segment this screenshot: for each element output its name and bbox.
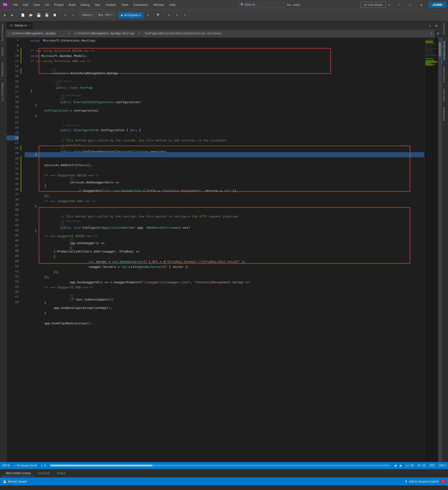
debug-dropdown[interactable]: Debug ▾ bbox=[80, 12, 95, 18]
tab-layout-button[interactable]: ⊞ bbox=[433, 23, 439, 29]
items-saved-text: Item(s) Saved bbox=[8, 480, 27, 483]
menu-git[interactable]: Git bbox=[43, 2, 51, 8]
tab-web-publish-activity[interactable]: Web Publish Activity bbox=[2, 471, 35, 476]
tab-output[interactable]: Output bbox=[53, 471, 69, 476]
undo-button[interactable]: ↩ bbox=[61, 12, 69, 19]
menu-window[interactable]: Window bbox=[151, 2, 167, 8]
change-gutter bbox=[20, 38, 25, 462]
title-bar-left: VS File Edit View Git Project Build Debu… bbox=[2, 2, 178, 8]
save-all-button[interactable]: 💾 bbox=[35, 12, 42, 19]
save-btn2[interactable]: 📋 bbox=[51, 12, 58, 19]
code-text-28: services.AddControllers(); bbox=[26, 163, 92, 167]
code-editor: 7 8 9 10 11 12 13 14 15 16 17 18 19 20 2… bbox=[7, 38, 441, 462]
sidebar-item-live-unit-testing[interactable]: Live Unit Testing bbox=[0, 80, 6, 105]
menu-tools[interactable]: Tools bbox=[119, 2, 131, 8]
namespace-icon: ⬡ bbox=[9, 32, 11, 35]
add-to-source-control-button[interactable]: ⬆ Add to Source Control bbox=[405, 480, 439, 483]
menu-build[interactable]: Build bbox=[66, 2, 78, 8]
menu-view[interactable]: View bbox=[31, 2, 42, 8]
open-button[interactable]: 📂 bbox=[27, 12, 34, 19]
file-dropdown[interactable]: ⚙ InventoryManagement.ApiApp.Startup ▾ bbox=[72, 30, 142, 37]
code-line-16: { bbox=[25, 88, 424, 93]
namespace-dropdown[interactable]: ⬡ InventoryManagement.ApiApp ▾ bbox=[7, 30, 72, 37]
method-dropdown[interactable]: ConfigureServices(IServiceCollection ser… bbox=[143, 30, 434, 37]
code-line-14 bbox=[25, 74, 424, 79]
close-button[interactable]: ✕ bbox=[416, 1, 427, 9]
platform-dropdown[interactable]: Any CPU ▾ bbox=[96, 12, 115, 18]
save-button[interactable]: 💾 bbox=[43, 12, 50, 19]
code-content[interactable]: using Microsoft.Extensions.Hosting; /* =… bbox=[25, 38, 424, 326]
search-toolbar-button[interactable]: 🔍 bbox=[155, 12, 162, 19]
menu-project[interactable]: Project bbox=[52, 2, 66, 8]
forward-button[interactable]: ▶ bbox=[9, 12, 16, 19]
code-text-55: app.UseDeveloperExceptionPage(); bbox=[26, 306, 112, 310]
menu-test[interactable]: Test bbox=[92, 2, 103, 8]
run-button[interactable]: ▶ IIS Express ▾ bbox=[118, 12, 143, 18]
tab-close-icon[interactable]: ✕ bbox=[28, 24, 30, 26]
menu-extensions[interactable]: Extensions bbox=[131, 2, 151, 8]
code-line-27 bbox=[25, 157, 424, 162]
menu-help[interactable]: Help bbox=[167, 2, 178, 8]
horizontal-scrollbar[interactable] bbox=[50, 464, 390, 466]
toolbar-sep-1 bbox=[18, 12, 18, 18]
status-scroll-left[interactable]: ◀ bbox=[394, 464, 396, 467]
sidebar-item-server-explorer[interactable]: Server Explorer bbox=[0, 20, 6, 44]
h-scrollbar-thumb[interactable] bbox=[50, 464, 152, 466]
collapse-25[interactable]: − bbox=[61, 147, 64, 150]
ln-55: 55 bbox=[7, 284, 19, 289]
collapse-15[interactable]: − bbox=[56, 83, 59, 86]
collapse-17[interactable]: − bbox=[61, 97, 64, 100]
code-line-24: // This method gets called by the runtim… bbox=[25, 138, 424, 143]
new-file-button[interactable]: 📄 bbox=[19, 12, 26, 19]
menu-debug[interactable]: Debug bbox=[78, 2, 92, 8]
git-btn-2[interactable]: ⬆ bbox=[173, 12, 180, 19]
sidebar-item-test-explorer[interactable]: Test Explorer bbox=[0, 59, 6, 79]
nav-extra-button[interactable]: ⊕ bbox=[435, 30, 441, 37]
right-sidebar-class-view[interactable]: Class View bbox=[442, 86, 448, 104]
code-line-48: }); bbox=[25, 269, 424, 274]
menu-analyze[interactable]: Analyze bbox=[103, 2, 118, 8]
code-text-58: app.UseHttpsRedirection(); bbox=[26, 322, 92, 325]
admin-button[interactable]: ADMIN bbox=[429, 2, 446, 8]
redo-button[interactable]: ↪ bbox=[70, 12, 77, 19]
git-btn-1[interactable]: ⬇ bbox=[166, 12, 172, 19]
minimize-button[interactable]: ─ bbox=[394, 1, 404, 9]
live-share-button[interactable]: ⇄ Live Share bbox=[360, 2, 386, 8]
code-text-44: c.PreSerializeFilters.Add((swagger, http… bbox=[26, 250, 140, 253]
warning-status[interactable]: ⚠ ⬆ bbox=[41, 464, 46, 467]
collapse-39[interactable]: − bbox=[61, 223, 64, 226]
scrollbar-thumb[interactable] bbox=[439, 43, 441, 56]
file-icon: ⚙ bbox=[74, 32, 76, 35]
tab-list-button[interactable]: ▾ bbox=[427, 23, 433, 29]
right-sidebar-notifications[interactable]: Notifications bbox=[442, 104, 448, 124]
collapse-53[interactable]: − bbox=[70, 295, 73, 298]
ln-46: 46 bbox=[7, 238, 19, 243]
code-text-48: }); bbox=[26, 270, 59, 274]
tab-startup-cs[interactable]: CS Startup.cs ✕ bbox=[7, 21, 33, 29]
menu-edit[interactable]: Edit bbox=[21, 2, 31, 8]
menu-file[interactable]: File bbox=[11, 2, 20, 8]
code-line-31: − services.AddSwaggerGen(c => bbox=[25, 178, 424, 183]
collapse-13[interactable]: − bbox=[52, 68, 55, 71]
right-sidebar-properties[interactable]: Properties bbox=[442, 20, 448, 38]
search-box[interactable]: 🔍 Search... bbox=[238, 2, 285, 8]
share-icon[interactable]: ↗ bbox=[388, 3, 390, 7]
minimap[interactable] bbox=[424, 38, 438, 462]
maximize-button[interactable]: □ bbox=[405, 1, 416, 9]
code-line-54: { bbox=[25, 300, 424, 305]
collapse-43[interactable]: − bbox=[70, 243, 73, 246]
collapse-31[interactable]: − bbox=[70, 177, 73, 181]
status-scroll-right[interactable]: ▶ bbox=[400, 464, 402, 467]
back-button[interactable]: ◀ bbox=[1, 12, 8, 19]
git-btn-3[interactable]: ⤵ bbox=[181, 12, 188, 19]
refresh-button[interactable]: ↻ bbox=[144, 12, 151, 19]
search-placeholder: Search... bbox=[245, 3, 260, 7]
right-sidebar-solution-explorer[interactable]: Solution Explorer bbox=[442, 38, 448, 63]
vertical-scrollbar[interactable] bbox=[438, 38, 441, 462]
sidebar-item-toolbox[interactable]: Toolbox bbox=[0, 44, 6, 59]
tab-error-list[interactable]: Error List bbox=[35, 471, 53, 476]
right-sidebar-team-explorer[interactable]: Team Explorer bbox=[442, 63, 448, 86]
issues-status[interactable]: ✓ No issues found bbox=[14, 464, 37, 467]
code-text-7: using Microsoft.Extensions.Hosting; bbox=[26, 39, 96, 42]
zoom-control[interactable]: 100 % bbox=[2, 464, 10, 467]
